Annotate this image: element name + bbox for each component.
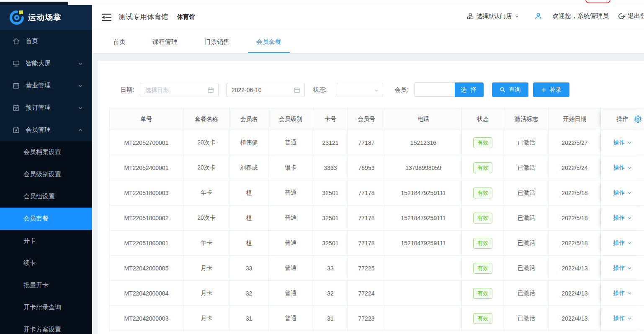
table-cell-activation: 已激活 (504, 130, 549, 155)
table-cell-order_no: MT22052700001 (110, 130, 183, 155)
sidebar-item-home[interactable]: 首页 (0, 30, 92, 52)
sidebar-subitem[interactable]: 批量开卡 (0, 274, 92, 296)
table-cell-package_name: 20次卡 (183, 206, 230, 231)
table-cell-phone: 15218479259111 (385, 231, 462, 256)
table-header-cell: 卡号 (313, 108, 348, 130)
table-cell-activation: 已激活 (504, 180, 549, 206)
search-button[interactable]: 查询 (492, 82, 528, 97)
brand-name: 运动场掌 (28, 12, 62, 23)
table-cell-package_name: 20次卡 (183, 155, 230, 180)
row-action-button[interactable]: 操作 (613, 164, 632, 172)
table-cell-member_level: 普通 (268, 281, 313, 306)
date-start-field[interactable] (140, 83, 219, 97)
table-cell-member_name: 植伟健 (230, 130, 268, 155)
chevron-down-icon (627, 216, 632, 220)
table-cell-phone: 13798998059 (385, 155, 462, 180)
sidebar-subitem[interactable]: 开卡 (0, 230, 92, 252)
sidebar-item-label: 营业管理 (26, 82, 51, 90)
store-selector[interactable]: 选择默认门店 (467, 13, 519, 20)
row-action-button[interactable]: 操作 (613, 315, 632, 322)
chevron-down-icon (627, 241, 632, 245)
table-cell-member_name: 植 (230, 206, 268, 231)
logout-button[interactable]: 退出登录 (618, 12, 644, 20)
sidebar-submenu: 会员档案设置会员级别设置会员组设置会员套餐开卡续卡批量开卡开卡纪录查询开卡方案设… (0, 141, 92, 334)
table-cell-package_name: 年卡 (183, 180, 230, 206)
status-select[interactable] (337, 83, 383, 97)
table-cell-action: 操作 (601, 155, 644, 180)
date-end-field[interactable] (226, 83, 305, 97)
table-cell-order_no: MT22052400001 (110, 155, 183, 180)
tab-课程管理[interactable]: 课程管理 (144, 30, 186, 53)
tab-门票销售[interactable]: 门票销售 (196, 30, 238, 53)
page-subtitle: 体育馆 (177, 13, 195, 21)
table-header-cell: 套餐名称 (183, 108, 230, 130)
table-row: MT22051800003年卡植普通3250177178152184792591… (110, 180, 644, 206)
add-record-button[interactable]: 补录 (533, 82, 569, 97)
table-cell-status: 有效 (462, 306, 504, 331)
sidebar-item-label: 首页 (26, 37, 38, 45)
sidebar-subitem[interactable]: 会员档案设置 (0, 141, 92, 163)
sidebar-subitem[interactable]: 会员级别设置 (0, 163, 92, 185)
sidebar: 运动场掌 首页智能大屏营业管理预订管理会员管理会员档案设置会员级别设置会员组设置… (0, 5, 92, 334)
table-cell-member_no: 77224 (348, 281, 385, 306)
tab-首页[interactable]: 首页 (105, 30, 134, 53)
table-cell-order_no: MT22042000004 (110, 281, 183, 306)
row-action-button[interactable]: 操作 (613, 214, 632, 222)
table-cell-member_name: 32 (230, 281, 268, 306)
filter-bar: 日期: 状态: (121, 82, 569, 97)
table-cell-package_name: 月卡 (183, 306, 230, 331)
brand-logo-icon (9, 10, 24, 25)
sidebar-item-booking-mgmt[interactable]: 预订管理 (0, 97, 92, 119)
chevron-down-icon (627, 190, 632, 195)
member-select-button[interactable]: 选 择 (455, 82, 484, 97)
table-header-cell: 状态 (462, 108, 504, 130)
row-action-button[interactable]: 操作 (613, 290, 632, 297)
status-badge: 有效 (473, 162, 492, 173)
sidebar-menu: 首页智能大屏营业管理预订管理会员管理会员档案设置会员级别设置会员组设置会员套餐开… (0, 30, 92, 334)
table-header-cell: 会员号 (348, 108, 385, 130)
member-input[interactable] (414, 82, 455, 97)
collapse-menu-icon[interactable] (101, 13, 112, 23)
table-cell-status: 有效 (462, 130, 504, 155)
sidebar-item-business-mgmt[interactable]: 营业管理 (0, 75, 92, 97)
sidebar-subitem[interactable]: 续卡 (0, 252, 92, 274)
sidebar-item-smart-screen[interactable]: 智能大屏 (0, 52, 92, 75)
status-badge: 有效 (473, 288, 492, 299)
table-cell-member_name: 31 (230, 306, 268, 331)
store-selector-label: 选择默认门店 (477, 13, 512, 20)
table-cell-status: 有效 (462, 231, 504, 256)
tab-会员套餐[interactable]: 会员套餐 (248, 30, 290, 53)
column-settings-gear-icon[interactable] (634, 115, 642, 123)
table-cell-member_level: 普通 (268, 130, 313, 155)
table-cell-start_date: 2022/5/18 (549, 180, 601, 206)
calendar-icon (13, 82, 20, 90)
sidebar-item-member-mgmt[interactable]: 会员管理 (0, 119, 92, 141)
red-indicator (585, 0, 611, 3)
row-action-button[interactable]: 操作 (613, 189, 632, 197)
table-cell-member_no: 77225 (348, 256, 385, 281)
sidebar-subitem[interactable]: 开卡方案设置 (0, 319, 92, 334)
calendar-icon (207, 87, 214, 95)
row-action-button[interactable]: 操作 (613, 239, 632, 247)
chevron-down-icon (627, 140, 632, 145)
sidebar-subitem[interactable]: 会员组设置 (0, 185, 92, 208)
status-badge: 有效 (473, 137, 492, 148)
table-cell-status: 有效 (462, 180, 504, 206)
sidebar-subitem[interactable]: 会员套餐 (0, 208, 92, 230)
table-header-cell: 会员级别 (268, 108, 313, 130)
table-cell-activation: 已激活 (504, 306, 549, 331)
row-action-button[interactable]: 操作 (613, 139, 632, 146)
chevron-down-icon (78, 83, 83, 88)
plus-icon (541, 87, 547, 93)
member-field-group: 选 择 (414, 82, 484, 97)
table-cell-start_date: 2022/4/13 (549, 256, 601, 281)
table-cell-action: 操作 (601, 306, 644, 331)
table-cell-start_date: 2022/5/18 (549, 206, 601, 231)
date-start-input[interactable] (140, 83, 218, 97)
status-badge: 有效 (473, 238, 492, 249)
row-action-button[interactable]: 操作 (613, 265, 632, 272)
table-cell-member_name: 植 (230, 180, 268, 206)
date-end-input[interactable] (227, 83, 304, 97)
sidebar-subitem[interactable]: 开卡纪录查询 (0, 296, 92, 319)
chevron-down-icon (627, 165, 632, 170)
